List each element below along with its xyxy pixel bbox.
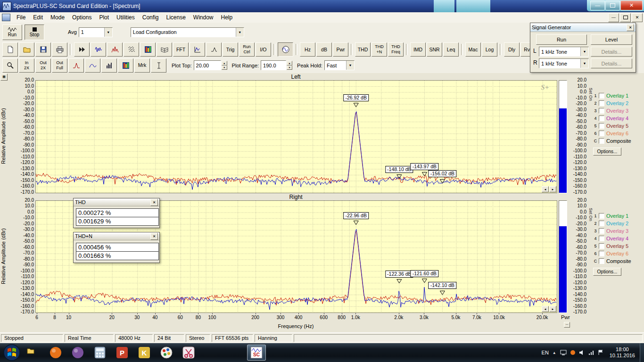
volume-tray-icon[interactable] [579, 350, 585, 355]
generator-run-button[interactable]: Run [536, 34, 587, 45]
left-details-button[interactable]: Details... [591, 47, 632, 57]
fft-settings-button[interactable]: FFT [173, 42, 189, 57]
menu-item-license[interactable]: License [162, 13, 189, 22]
scroll-left-icon[interactable]: ◄ [542, 306, 549, 312]
overlay-checkbox[interactable] [599, 123, 604, 129]
menu-item-options[interactable]: Options [68, 13, 95, 22]
menu-item-help[interactable]: Help [217, 13, 237, 22]
spin-up-icon[interactable]: ▲ [222, 61, 227, 66]
thd-freq-meter-button[interactable]: THDFreq [388, 42, 404, 57]
overlay-checkbox[interactable] [599, 228, 604, 234]
averaging-settings-button[interactable] [206, 42, 222, 57]
scroll-right-icon[interactable]: ► [549, 306, 556, 312]
menu-item-window[interactable]: Window [190, 13, 217, 22]
close-button[interactable]: ✕ [620, 0, 643, 10]
close-icon[interactable]: ✕ [150, 233, 158, 240]
thd-n-titlebar[interactable]: THD+N ✕ [74, 232, 159, 240]
clock[interactable]: 18:00 10.11.2016 [610, 346, 635, 359]
overlay-checkbox[interactable] [599, 93, 604, 99]
new-file-button[interactable] [2, 42, 18, 57]
signal-generator-titlebar[interactable]: Signal Generator ✕ [530, 23, 636, 32]
thd-titlebar[interactable]: THD ✕ [74, 198, 159, 206]
scroll-right-icon[interactable]: ► [549, 186, 556, 192]
peak-cursor-button[interactable] [68, 58, 84, 73]
network-tray-icon[interactable] [588, 350, 594, 355]
spectrogram-thumb-button[interactable] [118, 58, 133, 73]
language-indicator[interactable]: EN [542, 350, 549, 355]
overlay-checkbox[interactable] [599, 138, 604, 144]
overlay-checkbox[interactable] [599, 115, 604, 121]
taskbar-app-windows-explorer[interactable] [24, 345, 43, 361]
zoom-out-full-button[interactable]: OutFull [52, 58, 67, 73]
menu-item-edit[interactable]: Edit [29, 13, 47, 22]
units-db-button[interactable]: dB [316, 42, 332, 57]
taskbar-app-calculator[interactable] [91, 345, 109, 361]
zoom-out-2x-button[interactable]: Out2X [35, 58, 51, 73]
io-device-button[interactable]: I/O [256, 42, 271, 57]
bar-display-button[interactable] [101, 58, 117, 73]
overlay-checkbox[interactable] [599, 243, 604, 249]
update-tray-icon[interactable] [570, 350, 576, 355]
overlay-checkbox[interactable] [599, 100, 604, 106]
plot-range-input[interactable]: 190.0 [261, 60, 286, 70]
hidden-icons-chevron[interactable]: ▲ [553, 351, 556, 355]
spectrum-view-button[interactable] [107, 42, 123, 57]
menu-item-config[interactable]: Config [139, 13, 163, 22]
taskbar-app-paint[interactable] [157, 345, 176, 361]
overlay-checkbox[interactable] [599, 131, 604, 136]
snr-meter-button[interactable]: SNR [427, 42, 442, 57]
overlay-checkbox[interactable] [599, 213, 604, 219]
taskbar-app-snipping-tool[interactable] [179, 345, 198, 361]
load-configuration-select[interactable]: Load Configuration ▼ [131, 27, 244, 37]
pwr-minimize-icon[interactable]: — [564, 322, 570, 328]
spectrogram-view-button[interactable] [140, 42, 156, 57]
scaling-settings-button[interactable] [190, 42, 205, 57]
scroll-left-icon[interactable]: ◄ [542, 186, 549, 192]
trigger-settings-button[interactable]: Trig [223, 42, 238, 57]
surface-view-button[interactable] [157, 42, 172, 57]
taskbar-app-spectraplus-sc[interactable]: SC [247, 345, 266, 361]
menu-item-utilities[interactable]: Utilities [113, 13, 139, 22]
thd-meter-button[interactable]: THD [355, 42, 371, 57]
overlay-checkbox[interactable] [599, 221, 604, 226]
right-tone-select[interactable]: 1 kHz Tone ▼ [539, 58, 589, 68]
print-button[interactable] [52, 42, 67, 57]
taskbar-app-password-manager[interactable]: K [135, 345, 154, 361]
imd-meter-button[interactable]: IMD [410, 42, 426, 57]
generator-level-button[interactable]: Level [591, 34, 632, 45]
mdi-restore-button[interactable] [620, 13, 631, 22]
action-center-flag-icon[interactable] [598, 350, 603, 355]
zoom-tool-button[interactable] [2, 58, 18, 73]
overlay-checkbox[interactable] [599, 258, 604, 264]
right-details-button[interactable]: Details... [591, 58, 632, 68]
close-icon[interactable]: ✕ [150, 199, 158, 206]
options-button[interactable]: Options... [593, 148, 621, 156]
delay-finder-button[interactable]: Dly [504, 42, 520, 57]
avg-select[interactable]: 1 ▼ [79, 27, 113, 37]
plot-window-system-button[interactable]: ▦ [0, 74, 8, 81]
mdi-minimize-button[interactable]: — [608, 13, 619, 22]
options-button[interactable]: Options... [593, 268, 621, 276]
fast-forward-button[interactable] [74, 42, 90, 57]
taskbar-app-powerpoint[interactable]: P [113, 345, 132, 361]
spin-down-icon[interactable]: ▼ [287, 66, 292, 70]
taskbar-app-firefox[interactable] [46, 345, 65, 361]
macro-button[interactable]: Mac [465, 42, 481, 57]
menu-item-mode[interactable]: Mode [47, 13, 68, 22]
time-series-view-button[interactable] [91, 42, 106, 57]
minimize-button[interactable]: — [590, 0, 605, 10]
units-hz-button[interactable]: Hz [300, 42, 315, 57]
menu-item-plot[interactable]: Plot [95, 13, 113, 22]
maximize-button[interactable] [605, 0, 620, 10]
peak-hold-select[interactable]: Fast ▼ [324, 60, 355, 70]
signal-generator-toggle-button[interactable] [278, 42, 293, 57]
logging-button[interactable]: Log [482, 42, 497, 57]
plot-range-spinner[interactable]: ▲▼ [287, 61, 292, 70]
left-tone-select[interactable]: 1 kHz Tone ▼ [539, 47, 589, 57]
plot-top-input[interactable]: 20.00 [194, 60, 221, 70]
close-icon[interactable]: ✕ [627, 24, 634, 31]
marker-toggle-button[interactable]: Mrk [134, 58, 150, 73]
marker-line-button[interactable] [151, 58, 166, 73]
smooth-trace-button[interactable] [85, 58, 100, 73]
run-button[interactable]: Run [2, 25, 22, 40]
